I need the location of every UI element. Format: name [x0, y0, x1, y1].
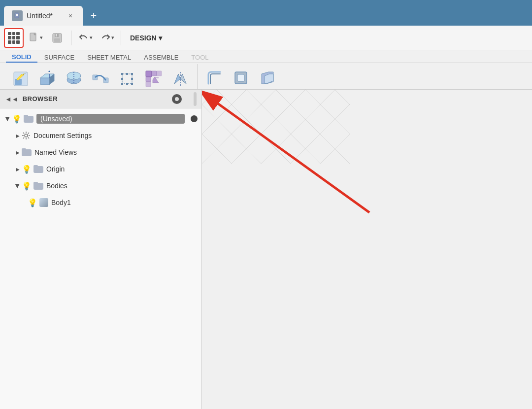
undo-dropdown: ▾	[90, 34, 93, 41]
redo-button[interactable]: ▾	[97, 28, 117, 48]
file-new-button[interactable]: ▾	[26, 28, 45, 48]
dropdown-arrow: ▾	[40, 34, 43, 41]
sweep-tool[interactable]	[88, 66, 113, 92]
browser-panel: ◄◄ BROWSER ▶ 💡 (Unsaved)	[0, 90, 202, 409]
tree-arrow-doc-settings: ▶	[14, 132, 22, 139]
tree-lightbulb-origin: 💡	[22, 165, 32, 174]
svg-rect-36	[146, 82, 151, 87]
create-tools	[8, 66, 193, 92]
scale-icon	[118, 70, 136, 88]
svg-line-50	[23, 133, 24, 134]
svg-rect-25	[131, 73, 133, 75]
browser-header: ◄◄ BROWSER	[0, 90, 201, 108]
tree-lightbulb-bodies: 💡	[22, 181, 32, 191]
modify-chamfer-tool[interactable]	[255, 65, 280, 91]
tree-label-origin: Origin	[46, 165, 198, 173]
tab-close-button[interactable]: ×	[66, 11, 75, 20]
scale-tool[interactable]	[114, 66, 140, 92]
canvas-grid	[202, 90, 350, 164]
gear-icon	[22, 131, 31, 140]
tab-solid[interactable]: SOLID	[6, 52, 37, 63]
svg-rect-35	[146, 77, 151, 82]
svg-rect-26	[121, 83, 123, 85]
revolve-icon	[65, 70, 83, 88]
tab-doc-icon	[12, 10, 23, 21]
redo-dropdown: ▾	[111, 34, 114, 41]
sketch-icon	[12, 70, 30, 88]
browser-resize-handle[interactable]	[194, 92, 197, 106]
svg-rect-24	[121, 73, 123, 75]
tree-item-origin[interactable]: ▶ 💡 Origin	[0, 161, 201, 177]
svg-rect-30	[121, 78, 123, 80]
design-label: DESIGN	[130, 34, 157, 42]
modify-chamfer-icon	[259, 69, 276, 87]
design-workspace-button[interactable]: DESIGN ▾	[125, 32, 167, 44]
modify-shell-icon	[232, 69, 250, 87]
modify-shell-tool[interactable]	[228, 65, 254, 91]
redo-icon	[100, 32, 111, 44]
svg-rect-8	[56, 34, 57, 36]
save-button[interactable]	[47, 28, 67, 48]
toolbar-divider-2	[121, 31, 121, 45]
svg-marker-17	[48, 70, 50, 72]
modify-fillet-icon	[205, 69, 223, 87]
svg-rect-33	[152, 71, 157, 76]
svg-line-53	[23, 137, 24, 138]
svg-point-45	[25, 134, 28, 137]
mirror-icon	[171, 70, 189, 88]
tree-folder-named-views	[22, 148, 32, 156]
new-tab-button[interactable]: +	[85, 7, 102, 25]
modify-fillet-tool[interactable]	[201, 65, 227, 91]
svg-rect-27	[131, 83, 133, 85]
svg-line-51	[28, 137, 29, 138]
browser-collapse-button[interactable]: ◄◄	[5, 95, 19, 103]
tree-label-bodies: Bodies	[46, 182, 198, 190]
tree-folder-root	[24, 115, 33, 123]
svg-point-44	[175, 97, 179, 101]
tree-label-body1: Body1	[51, 199, 198, 206]
tree-radio-root[interactable]	[191, 115, 198, 122]
svg-rect-32	[146, 71, 152, 77]
browser-tree: ▶ 💡 (Unsaved) ▶	[0, 108, 201, 213]
canvas-area[interactable]	[202, 90, 532, 409]
tab-sheet-metal[interactable]: SHEET METAL	[81, 52, 137, 63]
tree-lightbulb-root: 💡	[12, 114, 22, 124]
main-area: ◄◄ BROWSER ▶ 💡 (Unsaved)	[0, 90, 532, 409]
sweep-icon	[92, 70, 109, 88]
tab-assemble[interactable]: ASSEMBLE	[138, 52, 184, 63]
browser-pin-button[interactable]	[172, 94, 182, 104]
extrude-icon	[38, 70, 56, 88]
tab-surface[interactable]: SURFACE	[38, 52, 80, 63]
svg-rect-2	[16, 15, 18, 16]
ribbon: SOLID SURFACE SHEET METAL ASSEMBLE TOOL	[0, 50, 532, 90]
mirror-tool[interactable]	[167, 66, 193, 92]
toolbar: ▾ ▾ ▾ DESIGN ▾	[0, 26, 532, 50]
tree-item-body1[interactable]: 💡 Body1	[0, 194, 201, 211]
revolve-tool[interactable]	[61, 66, 87, 92]
tab-bar: Untitled* × +	[0, 0, 532, 26]
undo-button[interactable]: ▾	[75, 28, 95, 48]
tree-label-named-views: Named Views	[34, 148, 198, 156]
svg-line-52	[28, 133, 29, 134]
tree-item-named-views[interactable]: ▶ Named Views	[0, 144, 201, 161]
pattern-tool[interactable]	[141, 66, 166, 92]
tab-title: Untitled*	[27, 12, 53, 20]
svg-rect-13	[40, 78, 49, 85]
svg-rect-31	[131, 78, 133, 80]
tree-arrow-origin: ▶	[14, 165, 22, 173]
svg-rect-58	[202, 90, 350, 164]
tree-item-doc-settings[interactable]: ▶ Document Settings	[0, 127, 201, 144]
svg-rect-29	[126, 83, 128, 85]
tab-tools[interactable]: TOOL	[185, 52, 214, 63]
svg-rect-28	[126, 73, 128, 75]
extrude-tool[interactable]	[34, 66, 60, 92]
browser-title: BROWSER	[23, 95, 168, 102]
tree-item-bodies[interactable]: ▶ 💡 Bodies	[0, 177, 201, 194]
tree-arrow-bodies: ▶	[14, 182, 22, 190]
sketch-tool[interactable]	[8, 66, 33, 92]
document-tab[interactable]: Untitled* ×	[4, 6, 83, 26]
tree-label-doc-settings: Document Settings	[33, 132, 198, 139]
tree-item-root[interactable]: ▶ 💡 (Unsaved)	[0, 110, 201, 127]
grid-menu-button[interactable]	[4, 28, 24, 48]
grid-icon	[8, 32, 20, 44]
